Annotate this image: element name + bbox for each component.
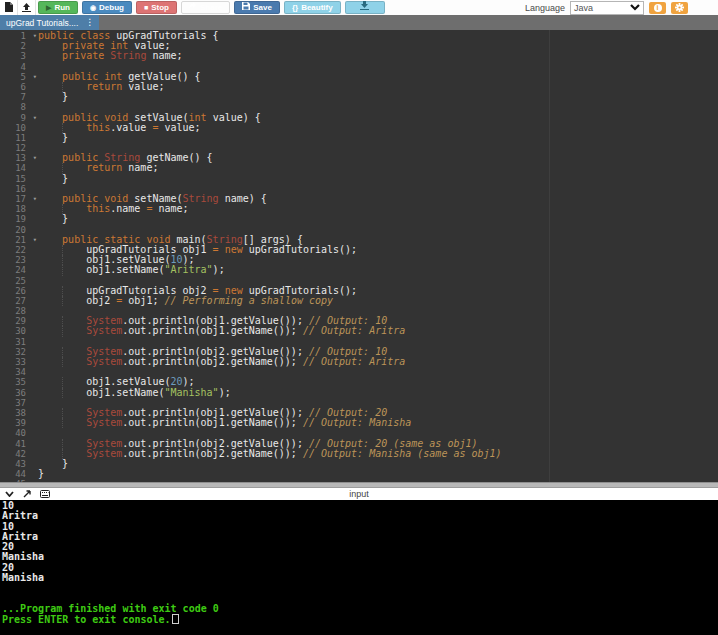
code-line[interactable]: 18 this.name = name;: [0, 204, 718, 214]
code-line[interactable]: 11 }: [0, 133, 718, 143]
line-number: 41: [0, 439, 38, 449]
console-lines: 10Aritra10Aritra20Manisha20Manisha ...Pr…: [2, 501, 718, 625]
fold-arrow-icon[interactable]: ▾: [33, 153, 37, 163]
download-button[interactable]: [345, 1, 385, 14]
code-text: }: [38, 459, 718, 469]
share-button[interactable]: Share: [181, 1, 230, 14]
debug-button[interactable]: ◉ Debug: [82, 1, 132, 14]
keyboard-icon[interactable]: [40, 490, 50, 498]
code-text: return value;: [38, 82, 718, 92]
line-number: 16: [0, 184, 38, 194]
fold-arrow-icon[interactable]: ▾: [33, 194, 37, 204]
code-text: }: [38, 133, 718, 143]
console-output-line: Aritra: [2, 511, 718, 521]
fold-arrow-icon[interactable]: ▾: [33, 31, 37, 41]
console-output[interactable]: 10Aritra10Aritra20Manisha20Manisha ...Pr…: [0, 500, 718, 635]
line-number: 30: [0, 326, 38, 336]
chevron-down-icon: [630, 3, 640, 13]
expand-console-icon[interactable]: [23, 490, 31, 498]
code-line[interactable]: 43 }: [0, 459, 718, 469]
console-output-line: 10: [2, 522, 718, 532]
code-text: System.out.println(obj1.getName()); // O…: [38, 418, 718, 428]
info-icon: i: [654, 4, 662, 12]
line-number: 22: [0, 245, 38, 255]
code-line[interactable]: 27 obj2 = obj1; // Performing a shallow …: [0, 296, 718, 306]
code-line[interactable]: 36 obj1.setName("Manisha");: [0, 388, 718, 398]
code-line[interactable]: 44}: [0, 469, 718, 479]
line-number: 1▾: [0, 31, 38, 41]
line-number: 14: [0, 163, 38, 173]
line-number: 23: [0, 255, 38, 265]
run-button[interactable]: ▶ Run: [38, 1, 78, 14]
line-number: 43: [0, 459, 38, 469]
indent-guide: [62, 418, 63, 428]
code-text: obj1.setName("Aritra");: [38, 265, 718, 275]
console-output-line: 10: [2, 501, 718, 511]
toolbar: ▶ Run ◉ Debug ■ Stop Share Save {} Beaut…: [0, 0, 718, 15]
upload-button[interactable]: [18, 0, 36, 15]
fold-arrow-icon[interactable]: ▾: [33, 235, 37, 245]
code-line[interactable]: 42 System.out.println(obj2.getName()); /…: [0, 449, 718, 459]
indent-guide: [62, 265, 63, 275]
line-number: 44: [0, 469, 38, 479]
code-text: }: [38, 174, 718, 184]
line-number: 29: [0, 316, 38, 326]
line-number: 19: [0, 214, 38, 224]
line-number: 31: [0, 337, 38, 347]
line-number: 13▾: [0, 153, 38, 163]
line-number: 20: [0, 225, 38, 235]
line-number: 34: [0, 367, 38, 377]
line-number: 26: [0, 286, 38, 296]
code-line[interactable]: 19 }: [0, 214, 718, 224]
code-line[interactable]: 30 System.out.println(obj1.getName()); /…: [0, 326, 718, 336]
info-button[interactable]: i: [649, 2, 666, 14]
collapse-console-icon[interactable]: [5, 491, 14, 497]
code-text: private String name;: [38, 51, 718, 61]
code-line[interactable]: 15 }: [0, 174, 718, 184]
settings-button[interactable]: [671, 2, 688, 14]
line-number: 17▾: [0, 194, 38, 204]
share-label: Share: [200, 1, 222, 14]
fold-arrow-icon[interactable]: ▾: [33, 72, 37, 82]
line-number: 11: [0, 133, 38, 143]
code-editor[interactable]: 1▾public class upGradTutorials {2 privat…: [0, 30, 718, 483]
code-text: }: [38, 469, 718, 479]
line-number: 3: [0, 51, 38, 61]
save-icon: [242, 1, 250, 14]
code-line[interactable]: 24 obj1.setName("Aritra");: [0, 265, 718, 275]
fold-arrow-icon[interactable]: ▾: [33, 113, 37, 123]
language-select[interactable]: Java: [570, 1, 644, 15]
console-output-line: Manisha: [2, 573, 718, 583]
code-line[interactable]: 33 System.out.println(obj2.getName()); /…: [0, 357, 718, 367]
code-text: }: [38, 214, 718, 224]
code-line[interactable]: 14 return name;: [0, 163, 718, 173]
code-text: this.value = value;: [38, 123, 718, 133]
code-lines: 1▾public class upGradTutorials {2 privat…: [0, 31, 718, 483]
stop-button[interactable]: ■ Stop: [136, 1, 177, 14]
tab-menu-dots-icon[interactable]: ⋮: [85, 18, 94, 27]
save-button[interactable]: Save: [234, 1, 280, 14]
code-line[interactable]: 7 }: [0, 92, 718, 102]
code-text: }: [38, 92, 718, 102]
new-file-button[interactable]: [0, 0, 18, 15]
code-text: System.out.println(obj1.getName()); // O…: [38, 326, 718, 336]
code-line[interactable]: 6 return value;: [0, 82, 718, 92]
line-number: 5▾: [0, 72, 38, 82]
code-text: this.name = name;: [38, 204, 718, 214]
code-line[interactable]: 39 System.out.println(obj1.getName()); /…: [0, 418, 718, 428]
code-line[interactable]: 3 private String name;: [0, 51, 718, 61]
code-line[interactable]: 10 this.value = value;: [0, 123, 718, 133]
tab-upgrad-tutorials[interactable]: upGrad Tutorials.... ⋮: [0, 15, 99, 30]
beautify-button[interactable]: {} Beautify: [284, 1, 341, 14]
line-number: 35: [0, 377, 38, 387]
download-icon: [360, 1, 369, 14]
beautify-label: Beautify: [301, 1, 333, 14]
line-number: 12: [0, 143, 38, 153]
language-value: Java: [574, 3, 593, 13]
tab-label: upGrad Tutorials....: [6, 18, 78, 28]
console-status-line: ...Program finished with exit code 0: [2, 604, 718, 614]
save-label: Save: [253, 1, 272, 14]
code-text: obj1.setName("Manisha");: [38, 388, 718, 398]
stop-icon: ■: [144, 4, 148, 11]
indent-guide: [62, 296, 63, 306]
